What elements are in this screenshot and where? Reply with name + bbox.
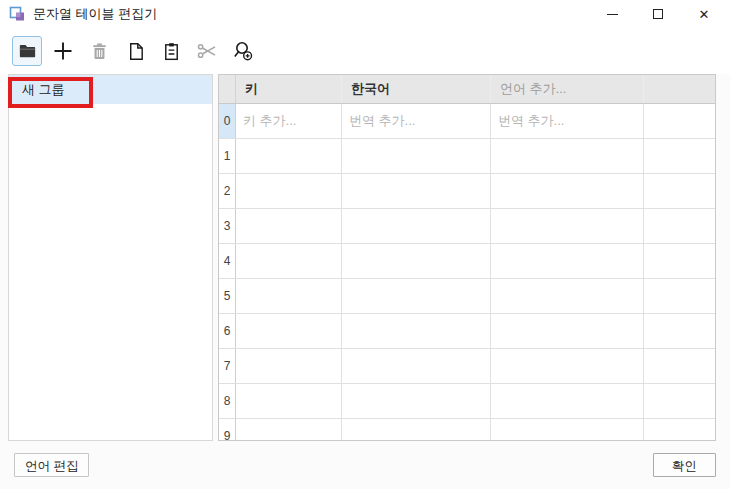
window-title: 문자열 테이블 편집기 (33, 5, 157, 23)
table-cell[interactable] (491, 314, 644, 348)
table-body: 0키 추가...번역 추가...번역 추가...123456789 (219, 104, 715, 441)
row-header[interactable]: 6 (219, 314, 236, 348)
minimize-button[interactable] (596, 1, 628, 27)
row-header[interactable]: 2 (219, 174, 236, 208)
paste-icon (161, 41, 182, 62)
row-header[interactable]: 4 (219, 244, 236, 278)
table-cell[interactable] (342, 419, 491, 441)
title-bar: 문자열 테이블 편집기 ✕ (0, 0, 730, 28)
table-cell[interactable]: 번역 추가... (491, 104, 644, 138)
table-header-row: 키 한국어 언어 추가... (219, 75, 715, 104)
edit-language-button[interactable]: 언어 편집 (14, 453, 89, 477)
scissors-icon (196, 40, 218, 62)
table-cell[interactable]: 키 추가... (236, 104, 342, 138)
table-cell[interactable] (644, 419, 715, 441)
table-row: 2 (219, 174, 715, 209)
table-row: 5 (219, 279, 715, 314)
toolbar (0, 28, 730, 74)
table-cell[interactable] (342, 384, 491, 418)
table-cell[interactable] (644, 209, 715, 243)
group-list-item-new-group[interactable]: 새 그룹 (9, 75, 212, 104)
table-cell[interactable] (491, 139, 644, 173)
table-row: 4 (219, 244, 715, 279)
table-row: 8 (219, 384, 715, 419)
copy-button[interactable] (120, 36, 150, 66)
close-icon: ✕ (699, 8, 710, 21)
table-cell[interactable] (342, 314, 491, 348)
table-cell[interactable]: 번역 추가... (342, 104, 491, 138)
footer-bar: 언어 편집 확인 (0, 441, 730, 489)
table-cell[interactable] (342, 244, 491, 278)
table-cell[interactable] (491, 209, 644, 243)
column-header-key[interactable]: 키 (236, 75, 342, 103)
search-add-icon (232, 40, 254, 62)
table-cell[interactable] (644, 139, 715, 173)
table-cell[interactable] (491, 244, 644, 278)
table-cell[interactable] (236, 384, 342, 418)
close-button[interactable]: ✕ (688, 1, 720, 27)
column-header-korean[interactable]: 한국어 (342, 75, 491, 103)
table-cell[interactable] (644, 314, 715, 348)
folder-icon (17, 41, 38, 62)
string-table: 키 한국어 언어 추가... 0키 추가...번역 추가...번역 추가...1… (218, 74, 716, 441)
table-cell[interactable] (236, 139, 342, 173)
column-header-empty (644, 75, 715, 103)
table-cell[interactable] (644, 279, 715, 313)
copy-icon (125, 41, 146, 62)
table-cell[interactable] (342, 139, 491, 173)
table-cell[interactable] (236, 244, 342, 278)
table-cell[interactable] (236, 419, 342, 441)
table-cell[interactable] (491, 384, 644, 418)
group-list: 새 그룹 (8, 74, 213, 441)
table-cell[interactable] (491, 349, 644, 383)
table-cell[interactable] (644, 104, 715, 138)
paste-button[interactable] (156, 36, 186, 66)
table-cell[interactable] (644, 349, 715, 383)
table-cell[interactable] (644, 244, 715, 278)
table-cell[interactable] (342, 349, 491, 383)
table-cell[interactable] (491, 174, 644, 208)
table-cell[interactable] (236, 209, 342, 243)
table-cell[interactable] (342, 209, 491, 243)
table-cell[interactable] (236, 174, 342, 208)
maximize-icon (653, 9, 663, 19)
table-cell[interactable] (236, 349, 342, 383)
table-cell[interactable] (644, 384, 715, 418)
table-cell[interactable] (236, 314, 342, 348)
delete-button[interactable] (84, 36, 114, 66)
new-group-button[interactable] (12, 36, 42, 66)
table-row: 0키 추가...번역 추가...번역 추가... (219, 104, 715, 139)
table-corner-cell[interactable] (219, 75, 236, 103)
cut-button[interactable] (192, 36, 222, 66)
string-table-editor-window: 문자열 테이블 편집기 ✕ (0, 0, 730, 489)
table-row: 6 (219, 314, 715, 349)
app-logo-icon (9, 6, 26, 23)
table-cell[interactable] (236, 279, 342, 313)
table-row: 7 (219, 349, 715, 384)
table-cell[interactable] (491, 279, 644, 313)
row-header[interactable]: 7 (219, 349, 236, 383)
maximize-button[interactable] (642, 1, 674, 27)
row-header[interactable]: 3 (219, 209, 236, 243)
table-cell[interactable] (644, 174, 715, 208)
ok-button[interactable]: 확인 (653, 453, 716, 477)
minimize-icon (607, 14, 618, 15)
plus-icon (52, 40, 74, 62)
table-cell[interactable] (342, 174, 491, 208)
trash-icon (89, 41, 110, 62)
table-row: 1 (219, 139, 715, 174)
row-header[interactable]: 1 (219, 139, 236, 173)
row-header[interactable]: 9 (219, 419, 236, 441)
row-header[interactable]: 5 (219, 279, 236, 313)
table-cell[interactable] (491, 419, 644, 441)
add-button[interactable] (48, 36, 78, 66)
window-controls: ✕ (582, 1, 730, 27)
search-add-button[interactable] (228, 36, 258, 66)
table-row: 3 (219, 209, 715, 244)
column-header-add-language[interactable]: 언어 추가... (491, 75, 644, 103)
table-row: 9 (219, 419, 715, 441)
row-header[interactable]: 8 (219, 384, 236, 418)
table-cell[interactable] (342, 279, 491, 313)
row-header[interactable]: 0 (219, 104, 236, 138)
